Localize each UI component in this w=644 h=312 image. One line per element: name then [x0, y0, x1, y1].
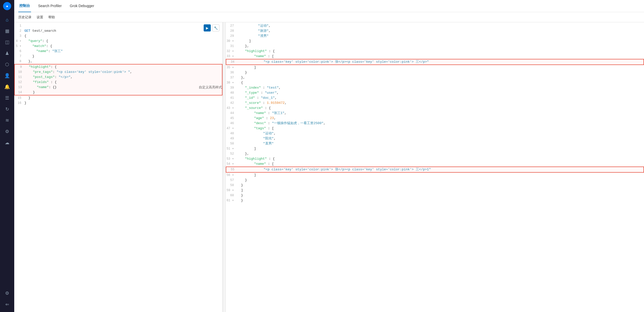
result-line-54: 54 ▾ "name" : [: [226, 161, 644, 167]
result-line-35: 35 ▾ ]: [226, 65, 644, 70]
result-line-32: 32 ▾ "highlight" : {: [226, 49, 644, 54]
result-line-52: 52 },: [226, 151, 644, 156]
result-line-51: 51 ▾ ]: [226, 146, 644, 151]
result-line-61: 61 ▾ }: [226, 198, 644, 203]
result-line-58: 58 }: [226, 183, 644, 188]
result-line-59: 59 ▾ ]: [226, 188, 644, 193]
result-line-39: 39 "_index" : "test",: [226, 85, 644, 90]
result-line-36: 36 }: [226, 70, 644, 75]
wrench-button[interactable]: 🔧: [212, 24, 219, 31]
logo-icon: ●: [6, 4, 8, 8]
result-line-41: 41 "_id" : "doc_1",: [226, 95, 644, 101]
tab-grok-debugger[interactable]: Grok Debugger: [69, 0, 95, 12]
result-line-33: 33 ▾ "name" : [: [226, 54, 644, 59]
editor-panel: ▶ 🔧 1 2 GET test/_search 3 {: [14, 22, 223, 312]
sub-nav-history[interactable]: 历史记录: [18, 15, 32, 20]
tab-search-profiler[interactable]: Search Profiler: [37, 0, 63, 12]
sidebar-item-settings[interactable]: ⚙: [2, 288, 12, 298]
result-line-49: 49 "阳光",: [226, 136, 644, 141]
result-line-31: 31 },: [226, 44, 644, 49]
main-area: 控制台 Search Profiler Grok Debugger 历史记录 设…: [14, 0, 644, 312]
editor-line-4: 4 ▾ "query": {: [14, 39, 222, 44]
sub-nav: 历史记录 设置 帮助: [14, 12, 644, 22]
sidebar-item-list[interactable]: ☰: [2, 93, 12, 103]
result-line-48: 48 "运动",: [226, 131, 644, 136]
result-line-60: 60 }: [226, 193, 644, 198]
sub-nav-help[interactable]: 帮助: [48, 15, 55, 20]
content-area: ▶ 🔧 1 2 GET test/_search 3 {: [14, 22, 644, 312]
sidebar-item-shield[interactable]: ⬡: [2, 59, 12, 70]
top-nav: 控制台 Search Profiler Grok Debugger: [14, 0, 644, 12]
editor-line-12: 12 "fields" : {: [14, 80, 222, 85]
editor-line-2: 2 GET test/_search: [14, 28, 222, 34]
result-line-45: 45 "age" : 23,: [226, 116, 644, 121]
editor-line-16: 16 }: [14, 101, 222, 106]
editor-line-5: 5 ▾ "match": {: [14, 44, 222, 49]
sidebar-item-wifi[interactable]: ≋: [2, 115, 12, 125]
sidebar-item-sync[interactable]: ↻: [2, 104, 12, 114]
editor-line-1: 1: [14, 23, 222, 28]
sidebar-item-grid[interactable]: ▦: [2, 26, 12, 36]
result-line-40: 40 "_type" : "user",: [226, 90, 644, 95]
result-line-47: 47 ▾ "tags" : [: [226, 126, 644, 131]
sidebar: ● ⌂ ▦ ◫ ♟ ⬡ 👤 🔔 ☰ ↻ ≋ ⚙ ☁ ⚙ ⇐: [0, 0, 14, 312]
sidebar-item-collapse[interactable]: ⇐: [2, 299, 12, 309]
sidebar-item-person[interactable]: 👤: [2, 71, 12, 81]
editor-line-7: 7 }: [14, 54, 222, 59]
resize-handle[interactable]: ⋮: [223, 22, 226, 312]
sidebar-item-wrench[interactable]: ⚙: [2, 126, 12, 137]
editor-line-11: 11 "post_tags": "</p>",: [14, 75, 222, 80]
editor-toolbar: ▶ 🔧: [204, 24, 219, 31]
sub-nav-settings[interactable]: 设置: [37, 15, 43, 20]
result-line-37: 37 },: [226, 75, 644, 80]
result-line-42: 42 "_score" : 1.9159472,: [226, 101, 644, 106]
result-line-46: 46 "desc" : "一顿操作猛如虎，一看工资2500",: [226, 121, 644, 126]
sidebar-item-bell[interactable]: 🔔: [2, 82, 12, 92]
tab-console[interactable]: 控制台: [18, 0, 31, 12]
code-editor[interactable]: 1 2 GET test/_search 3 { 4 ▾ "query": {: [14, 22, 222, 312]
result-line-38: 38 ▾ {: [226, 80, 644, 85]
result-line-28: 28 "旅游",: [226, 28, 644, 34]
sidebar-item-cloud[interactable]: ☁: [2, 138, 12, 148]
editor-line-8: 8 },: [14, 59, 222, 64]
result-line-55: 55 "<p class='key' style='color:pink'> 张…: [226, 167, 644, 173]
editor-line-15: 15 }: [14, 95, 222, 101]
result-line-57: 57 }: [226, 178, 644, 183]
editor-line-10: 10 "pre_tags": "<p class='key' style='co…: [14, 70, 222, 75]
result-line-30: 30 ▾ ]: [226, 39, 644, 44]
sidebar-item-layers[interactable]: ◫: [2, 37, 12, 47]
annotation-text: 自定义高亮样式: [197, 85, 222, 90]
result-line-44: 44 "name" : "张三1",: [226, 111, 644, 116]
editor-line-9: 9 "highlight": {: [14, 64, 222, 70]
result-line-43: 43 ▾ "_source" : {: [226, 106, 644, 111]
sidebar-item-home[interactable]: ⌂: [2, 15, 12, 25]
result-line-50: 50 "直男": [226, 141, 644, 146]
result-panel[interactable]: 27 "运动", 28 "旅游", 29 "渣男" 30 ▾: [226, 22, 644, 312]
run-button[interactable]: ▶: [204, 24, 211, 31]
sidebar-item-users[interactable]: ♟: [2, 48, 12, 58]
result-line-34: 34 "<p class='key' style='color:pink'> 张…: [226, 59, 644, 65]
result-line-27: 27 "运动",: [226, 23, 644, 28]
result-line-29: 29 "渣男": [226, 34, 644, 39]
editor-line-13: 13 "name": {} 自定义高亮样式: [14, 85, 222, 90]
editor-line-6: 6 "name": "张三": [14, 49, 222, 54]
sidebar-logo: ●: [3, 2, 11, 10]
editor-line-14: 14 }: [14, 90, 222, 95]
result-line-56: 56 ▾ ]: [226, 173, 644, 178]
editor-line-3: 3 {: [14, 34, 222, 39]
result-line-53: 53 ▾ "highlight" : {: [226, 156, 644, 161]
